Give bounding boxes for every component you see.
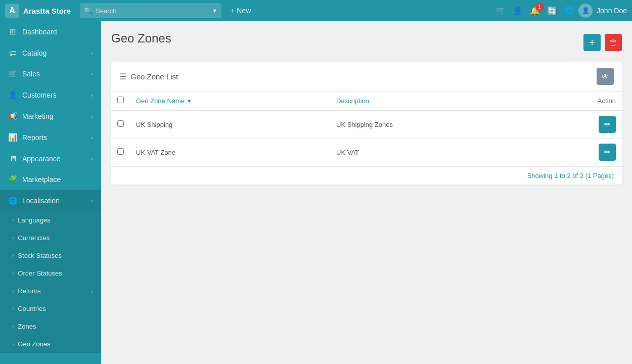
sidebar-item-label-marketing: Marketing <box>22 112 53 120</box>
sidebar-item-label-marketplace: Marketplace <box>22 175 61 184</box>
user-icon[interactable]: 👤 <box>513 6 523 16</box>
notification-icon[interactable]: 🔔 1 <box>530 6 540 16</box>
layout: ⊞ Dashboard 🏷 Catalog › 🛒 Sales › 👤 Cust… <box>0 21 632 364</box>
refresh-icon[interactable]: 🔄 <box>547 6 557 16</box>
zones-sub-arrow: › <box>12 324 14 329</box>
table-row: UK Shipping UK Shipping Zones ✏ <box>111 110 622 139</box>
delete-button[interactable]: 🗑 <box>605 34 622 51</box>
row2-edit-button[interactable]: ✏ <box>599 144 616 161</box>
user-name: John Doe <box>597 7 627 15</box>
sidebar-sub-item-geo-zones[interactable]: › Geo Zones <box>0 335 101 353</box>
col-header-action: Action <box>532 92 622 110</box>
returns-sub-arrow: › <box>12 288 14 294</box>
col-header-description: Description <box>330 92 532 110</box>
localisation-arrow-icon: › <box>91 198 93 204</box>
search-dropdown-icon[interactable]: ▼ <box>212 8 217 14</box>
globe-icon[interactable]: 🌐 <box>564 6 574 16</box>
sidebar-sub-item-languages[interactable]: › Languages <box>0 211 101 229</box>
row1-checkbox-cell <box>111 110 130 139</box>
sidebar-item-marketplace[interactable]: 🧩 Marketplace <box>0 169 101 190</box>
sidebar-sub-item-order-statuses[interactable]: › Order Statuses <box>0 264 101 282</box>
sidebar-sub-item-stock-statuses[interactable]: › Stock Statuses <box>0 247 101 264</box>
card-title-label: Geo Zone List <box>130 72 178 81</box>
cart-icon[interactable]: 🛒 <box>495 6 506 16</box>
sidebar-item-catalog[interactable]: 🏷 Catalog › <box>0 42 101 63</box>
row2-checkbox-cell <box>111 139 130 166</box>
col-header-name[interactable]: Geo Zone Name ▼ <box>130 92 330 110</box>
brand-name: Arastta Store <box>23 7 71 15</box>
user-avatar: 👤 <box>578 4 593 18</box>
sidebar-sub-item-countries[interactable]: › Countries <box>0 300 101 317</box>
appearance-icon: 🖥 <box>8 154 17 163</box>
sidebar-sub-label-languages: Languages <box>18 216 50 224</box>
sidebar-sub-label-currencies: Currencies <box>18 234 50 242</box>
add-button[interactable]: + <box>583 34 601 51</box>
sidebar-item-sales[interactable]: 🛒 Sales › <box>0 63 101 84</box>
select-all-header <box>111 92 130 110</box>
sidebar-item-label-catalog: Catalog <box>22 49 47 57</box>
sales-icon: 🛒 <box>8 69 17 78</box>
row2-checkbox[interactable] <box>117 148 124 155</box>
geo-zone-list-card: ☰ Geo Zone List 👁 Geo Zone Name <box>111 62 622 185</box>
pagination-prefix: Showing <box>527 172 554 179</box>
customers-icon: 👤 <box>8 90 17 100</box>
languages-sub-arrow: › <box>12 217 14 223</box>
pagination-to-prefix: to <box>558 172 567 179</box>
returns-expand-arrow: › <box>91 288 93 294</box>
sidebar-sub-label-zones: Zones <box>18 323 36 330</box>
card-header-actions: 👁 <box>597 68 614 85</box>
topbar-icons: 🛒 👤 🔔 1 🔄 🌐 <box>495 6 574 16</box>
sidebar-item-reports[interactable]: 📊 Reports › <box>0 127 101 148</box>
sidebar-sub-item-zones[interactable]: › Zones <box>0 317 101 335</box>
table-body: UK Shipping UK Shipping Zones ✏ UK VAT Z… <box>111 110 622 166</box>
search-bar: 🔍 ▼ <box>80 3 221 18</box>
pagination: Showing 1 to 2 of 2 (1 Pages) <box>111 166 622 185</box>
col-name-label: Geo Zone Name <box>136 97 185 105</box>
sidebar-item-appearance[interactable]: 🖥 Appearance › <box>0 148 101 169</box>
sidebar-sub-item-returns[interactable]: › Returns › <box>0 282 101 300</box>
row2-action: ✏ <box>532 139 622 166</box>
row2-name: UK VAT Zone <box>130 139 330 166</box>
page-title: Geo Zones <box>111 31 171 46</box>
geo-zone-name-sort[interactable]: Geo Zone Name ▼ <box>136 97 192 105</box>
sidebar-sub-label-geo-zones: Geo Zones <box>18 340 50 348</box>
reports-arrow-icon: › <box>91 134 93 141</box>
brand[interactable]: A Arastta Store <box>5 4 71 18</box>
sidebar-item-localisation[interactable]: 🌐 Localisation › <box>0 190 101 211</box>
sidebar: ⊞ Dashboard 🏷 Catalog › 🛒 Sales › 👤 Cust… <box>0 21 101 364</box>
pagination-total: 2 <box>580 172 583 179</box>
new-button[interactable]: + New <box>225 5 256 17</box>
sidebar-item-marketing[interactable]: 📢 Marketing › <box>0 106 101 127</box>
page-header: Geo Zones + 🗑 <box>111 31 622 54</box>
main-content: Geo Zones + 🗑 ☰ Geo Zone List 👁 <box>101 21 632 364</box>
select-all-checkbox[interactable] <box>117 97 124 103</box>
stock-statuses-sub-arrow: › <box>12 253 14 258</box>
visibility-button[interactable]: 👁 <box>597 68 614 85</box>
catalog-arrow-icon: › <box>91 50 93 56</box>
card-title: ☰ Geo Zone List <box>119 72 178 81</box>
customers-arrow-icon: › <box>91 92 93 98</box>
geo-zones-sub-arrow: › <box>12 341 14 347</box>
sidebar-item-dashboard[interactable]: ⊞ Dashboard <box>0 21 101 42</box>
pagination-to: 2 <box>567 172 570 179</box>
sidebar-sub-item-currencies[interactable]: › Currencies <box>0 229 101 247</box>
sidebar-item-label-sales: Sales <box>22 70 40 78</box>
sidebar-sub-label-order-statuses: Order Statuses <box>18 269 62 277</box>
search-icon: 🔍 <box>84 7 93 15</box>
row1-checkbox[interactable] <box>117 120 124 127</box>
new-button-label: + New <box>231 7 251 15</box>
user-menu[interactable]: 👤 John Doe <box>578 4 627 18</box>
row1-edit-button[interactable]: ✏ <box>599 116 616 133</box>
search-input[interactable] <box>96 7 209 15</box>
sidebar-item-customers[interactable]: 👤 Customers › <box>0 84 101 106</box>
topbar: A Arastta Store 🔍 ▼ + New 🛒 👤 🔔 1 🔄 🌐 👤 … <box>0 0 632 21</box>
table-row: UK VAT Zone UK VAT ✏ <box>111 139 622 166</box>
localisation-submenu: › Languages › Currencies › Stock Statuse… <box>0 211 101 353</box>
dashboard-icon: ⊞ <box>8 27 17 36</box>
sidebar-sub-label-returns: Returns <box>18 287 41 295</box>
sidebar-item-label-appearance: Appearance <box>22 155 61 163</box>
marketing-arrow-icon: › <box>91 113 93 119</box>
row2-description: UK VAT <box>330 139 532 166</box>
row1-action: ✏ <box>532 110 622 139</box>
notification-badge: 1 <box>535 3 544 11</box>
